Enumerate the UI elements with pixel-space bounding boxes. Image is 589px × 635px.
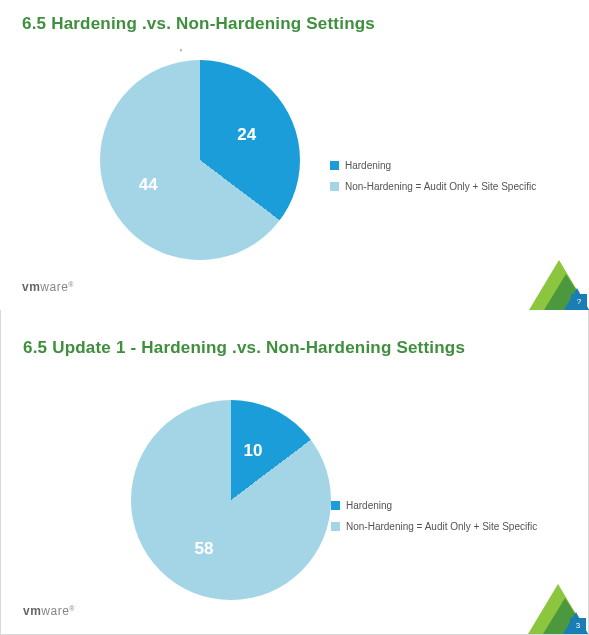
legend-item-hardening: Hardening: [330, 160, 580, 171]
legend-swatch-hardening: [331, 501, 340, 510]
legend-swatch-nonhardening: [330, 182, 339, 191]
page-number: 3: [570, 618, 586, 632]
stray-mark: ': [180, 48, 182, 59]
slide-6-5-u1: 6.5 Update 1 - Hardening .vs. Non-Harden…: [0, 310, 589, 635]
pie-chart: 24 44: [100, 60, 300, 260]
chart-legend: Hardening Non-Hardening = Audit Only + S…: [330, 160, 580, 202]
pie-graphic: [100, 60, 300, 260]
legend-swatch-hardening: [330, 161, 339, 170]
legend-item-hardening: Hardening: [331, 500, 581, 511]
legend-item-nonhardening: Non-Hardening = Audit Only + Site Specif…: [330, 181, 580, 192]
legend-label: Non-Hardening = Audit Only + Site Specif…: [346, 521, 537, 532]
slide-title: 6.5 Update 1 - Hardening .vs. Non-Harden…: [23, 338, 465, 358]
legend-label: Hardening: [346, 500, 392, 511]
vmware-logo: vmware®: [22, 280, 74, 294]
legend-swatch-nonhardening: [331, 522, 340, 531]
pie-graphic: [131, 400, 331, 600]
slide-6-5: 6.5 Hardening .vs. Non-Hardening Setting…: [0, 0, 589, 310]
legend-label: Non-Hardening = Audit Only + Site Specif…: [345, 181, 536, 192]
vmware-logo: vmware®: [23, 604, 75, 618]
legend-label: Hardening: [345, 160, 391, 171]
legend-item-nonhardening: Non-Hardening = Audit Only + Site Specif…: [331, 521, 581, 532]
slide-title: 6.5 Hardening .vs. Non-Hardening Setting…: [22, 14, 375, 34]
chart-legend: Hardening Non-Hardening = Audit Only + S…: [331, 500, 581, 542]
pie-chart: 10 58: [131, 400, 331, 600]
page-number: ?: [571, 294, 587, 308]
